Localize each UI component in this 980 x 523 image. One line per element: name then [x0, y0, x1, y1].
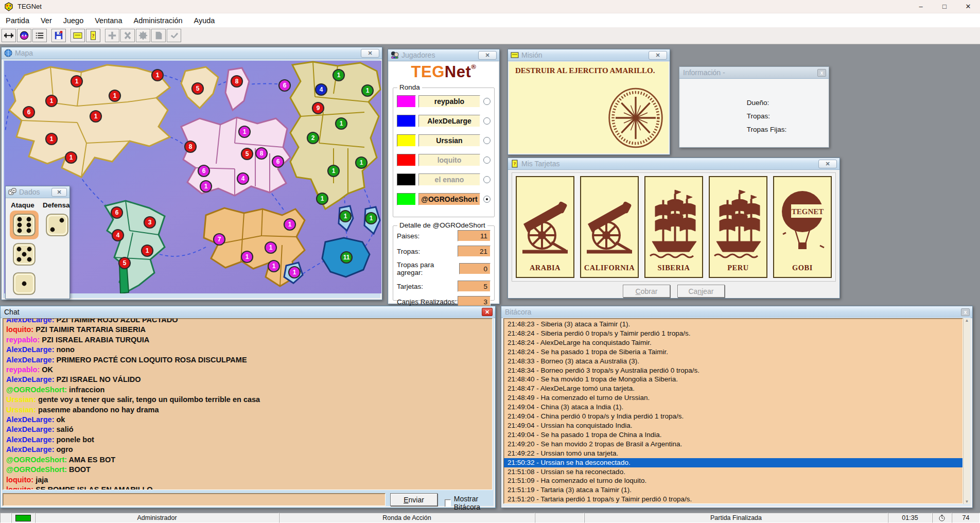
info-window-titlebar[interactable]: Información - x: [679, 67, 829, 79]
mission-window-titlebar[interactable]: Misión ✕: [508, 49, 670, 61]
chat-input[interactable]: [3, 493, 386, 506]
army-badge[interactable]: 1: [365, 213, 377, 224]
log-close-icon[interactable]: x: [961, 308, 970, 316]
army-badge[interactable]: 4: [237, 173, 249, 184]
army-badge[interactable]: 1: [46, 95, 57, 107]
log-entry[interactable]: 21:49:04 - China (3) ataca a India (1).: [504, 403, 962, 412]
log-entry[interactable]: 21:48:34 - Borneo perdió 3 tropa/s y Aus…: [504, 366, 962, 375]
player-turn-radio[interactable]: [483, 117, 491, 125]
cards-window-titlebar[interactable]: ? Mis Tarjetas ✕: [508, 158, 839, 170]
army-badge[interactable]: 5: [119, 257, 130, 269]
log-entry[interactable]: 21:49:04 - China perdió 0 tropa/s y Indi…: [504, 412, 962, 421]
close-icon[interactable]: ✕: [956, 0, 980, 13]
dice-window-titlebar[interactable]: Dados ✕: [6, 186, 69, 198]
toolbar-world-refresh-icon[interactable]: [17, 29, 31, 42]
log-entry[interactable]: 21:51:08 - Urssian se ha reconectado.: [504, 467, 962, 477]
log-scrollbar[interactable]: ▲▼: [963, 318, 970, 504]
army-badge[interactable]: 1: [265, 242, 276, 253]
army-badge[interactable]: 1: [200, 181, 212, 192]
cards-close-icon[interactable]: ✕: [818, 160, 837, 168]
log-entry[interactable]: 21:48:24 - Se ha pasado 1 tropa de Siber…: [504, 347, 962, 357]
log-entry[interactable]: 21:48:23 - Siberia (3) ataca a Taimir (1…: [504, 320, 962, 329]
army-badge[interactable]: 6: [198, 165, 209, 177]
log-entry[interactable]: 21:49:04 - Se ha pasado 1 tropa de China…: [504, 430, 962, 440]
maximize-icon[interactable]: □: [933, 0, 956, 13]
army-badge[interactable]: 8: [185, 141, 196, 152]
cobrar-button[interactable]: Cobrar: [623, 285, 670, 298]
army-badge[interactable]: 1: [356, 157, 367, 168]
army-badge[interactable]: 1: [109, 90, 120, 101]
card-arabia[interactable]: ARABIA: [516, 176, 574, 278]
log-entry[interactable]: 21:49:04 - Urssian ha conquistado India.: [504, 421, 962, 430]
log-entry[interactable]: 21:49:22 - Urssian tomó una tarjeta.: [504, 449, 962, 458]
card-peru[interactable]: PERU: [709, 176, 767, 278]
army-badge[interactable]: 1: [241, 251, 253, 263]
army-badge[interactable]: 8: [231, 76, 242, 87]
army-badge[interactable]: 1: [65, 152, 77, 163]
chat-window-titlebar[interactable]: Chat ✕: [1, 306, 495, 318]
toolbar-cards-icon[interactable]: ?: [86, 29, 100, 42]
menu-item-administracion[interactable]: Administración: [128, 14, 188, 27]
army-badge[interactable]: 1: [336, 118, 347, 129]
canjear-button[interactable]: Canjear: [677, 285, 725, 298]
army-badge[interactable]: 2: [307, 132, 319, 144]
army-badge[interactable]: 1: [333, 69, 344, 81]
army-badge[interactable]: 4: [316, 84, 327, 95]
player-turn-radio[interactable]: [483, 196, 491, 203]
menu-item-partida[interactable]: Partida: [0, 14, 35, 27]
player-turn-radio[interactable]: [483, 176, 491, 183]
log-entry[interactable]: 21:48:24 - AlexDeLarge ha conquistado Ta…: [504, 338, 962, 347]
player-turn-radio[interactable]: [483, 137, 491, 144]
dice-close-icon[interactable]: ✕: [51, 188, 67, 197]
army-badge[interactable]: 11: [341, 252, 352, 263]
toolbar-list-icon[interactable]: [32, 29, 47, 42]
scroll-down-icon[interactable]: ▼: [965, 499, 969, 504]
log-entry-selected[interactable]: 21:50:32 - Urssian se ha desconectado.: [504, 458, 962, 467]
chat-close-icon[interactable]: ✕: [482, 308, 493, 316]
log-entry[interactable]: 21:48:33 - Borneo (3) ataca a Australia …: [504, 357, 962, 366]
menu-item-juego[interactable]: Juego: [58, 14, 90, 27]
scroll-up-icon[interactable]: ▲: [965, 318, 969, 323]
army-badge[interactable]: 1: [328, 165, 339, 177]
toolbar-connect-icon[interactable]: [2, 29, 16, 42]
army-badge[interactable]: 1: [317, 193, 328, 204]
map-close-icon[interactable]: ✕: [361, 49, 379, 58]
players-close-icon[interactable]: ✕: [478, 51, 497, 60]
player-turn-radio[interactable]: [483, 156, 491, 164]
army-badge[interactable]: 5: [241, 148, 253, 160]
menu-item-ventana[interactable]: Ventana: [89, 14, 128, 27]
player-turn-radio[interactable]: [483, 98, 491, 105]
army-badge[interactable]: 1: [268, 260, 279, 272]
army-badge[interactable]: 3: [144, 217, 155, 228]
army-badge[interactable]: 8: [256, 148, 267, 159]
army-badge[interactable]: 1: [46, 133, 57, 145]
army-badge[interactable]: 4: [112, 230, 124, 241]
log-entry[interactable]: 21:51:19 - Tartaria (3) ataca a Taimir (…: [504, 485, 962, 495]
log-entry[interactable]: 21:49:20 - Se han movido 2 tropas de Bra…: [504, 440, 962, 449]
log-entry[interactable]: 21:51:09 - Ha comenzado el turno de loqu…: [504, 476, 962, 485]
send-button[interactable]: Enviar: [390, 493, 437, 506]
army-badge[interactable]: 6: [111, 207, 122, 218]
army-badge[interactable]: 1: [340, 211, 351, 222]
army-badge[interactable]: 1: [71, 76, 82, 87]
minimize-icon[interactable]: –: [909, 0, 933, 13]
log-window-titlebar[interactable]: Bitácora x: [501, 306, 972, 318]
army-badge[interactable]: 1: [90, 111, 101, 122]
mission-close-icon[interactable]: ✕: [649, 51, 667, 60]
chat-message-list[interactable]: AlexDeLarge: PZI TAIMIR ROJO AZUL PACTAD…: [3, 318, 493, 490]
card-gobi[interactable]: TEGNETGOBI: [773, 176, 832, 278]
info-close-icon[interactable]: x: [817, 69, 826, 77]
army-badge[interactable]: 5: [192, 83, 203, 94]
menu-item-ayuda[interactable]: Ayuda: [188, 14, 221, 27]
menu-item-ver[interactable]: Ver: [35, 14, 58, 27]
army-badge[interactable]: 1: [289, 267, 300, 278]
card-siberia[interactable]: SIBERIA: [644, 176, 703, 278]
army-badge[interactable]: 1: [362, 85, 373, 96]
army-badge[interactable]: 7: [214, 234, 225, 245]
toolbar-save-icon[interactable]: [51, 29, 66, 42]
show-log-checkbox[interactable]: [445, 499, 451, 507]
log-entry[interactable]: 21:48:49 - Ha comenzado el turno de Urss…: [504, 393, 962, 403]
log-entry[interactable]: 21:48:24 - Siberia perdió 0 tropa/s y Ta…: [504, 329, 962, 338]
players-window-titlebar[interactable]: Jugadores ✕: [388, 49, 499, 61]
army-badge[interactable]: 1: [239, 126, 250, 137]
